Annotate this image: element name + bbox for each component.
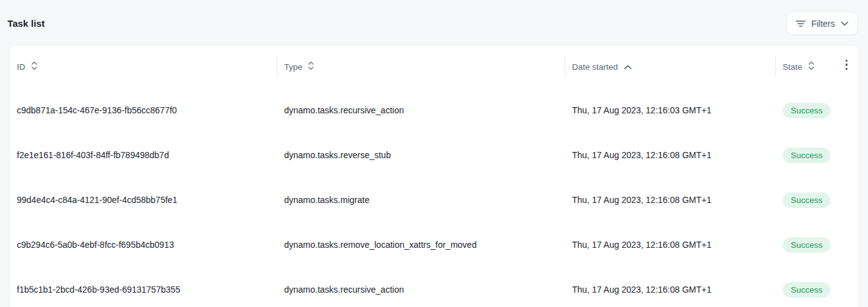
task-date-started-cell: Thu, 17 Aug 2023, 12:16:08 GMT+1 — [565, 285, 775, 295]
column-header-type-label: Type — [284, 62, 302, 72]
task-id-cell: f2e1e161-816f-403f-84ff-fb789498db7d — [9, 150, 277, 160]
sort-updown-icon — [308, 61, 314, 72]
column-header-id-label: ID — [17, 62, 26, 72]
task-state-cell: Success — [775, 103, 859, 118]
task-date-started-cell: Thu, 17 Aug 2023, 12:16:08 GMT+1 — [565, 150, 775, 160]
task-state-cell: Success — [775, 192, 859, 208]
column-header-state-label: State — [783, 62, 803, 72]
task-id-cell: c9b294c6-5a0b-4ebf-8fcc-f695b4cb0913 — [9, 240, 277, 250]
task-table-card: ID Type Date started — [9, 45, 859, 307]
column-header-date-started-label: Date started — [572, 62, 618, 72]
top-bar: Task list Filters — [0, 0, 868, 36]
sort-updown-icon — [808, 61, 814, 72]
task-type-cell: dynamo.tasks.reverse_stub — [277, 150, 565, 160]
column-header-state[interactable]: State — [775, 45, 859, 88]
table-row[interactable]: f2e1e161-816f-403f-84ff-fb789498db7d dyn… — [9, 133, 859, 177]
task-date-started-cell: Thu, 17 Aug 2023, 12:16:08 GMT+1 — [565, 195, 775, 205]
column-header-id[interactable]: ID — [9, 45, 277, 88]
task-date-started-cell: Thu, 17 Aug 2023, 12:16:03 GMT+1 — [565, 105, 775, 115]
table-body: c9db871a-154c-467e-9136-fb56cc8677f0 dyn… — [9, 88, 859, 307]
column-header-date-started[interactable]: Date started — [565, 45, 775, 88]
status-badge: Success — [783, 282, 831, 298]
filter-lines-icon — [796, 19, 806, 28]
task-state-cell: Success — [775, 148, 859, 163]
status-badge: Success — [783, 237, 831, 253]
task-state-cell: Success — [775, 282, 859, 298]
filters-button[interactable]: Filters — [786, 12, 858, 35]
status-badge: Success — [783, 103, 831, 118]
task-type-cell: dynamo.tasks.remove_location_xattrs_for_… — [277, 240, 565, 250]
task-date-started-cell: Thu, 17 Aug 2023, 12:16:08 GMT+1 — [565, 240, 775, 250]
chevron-up-icon — [624, 62, 632, 72]
table-row[interactable]: c9b294c6-5a0b-4ebf-8fcc-f695b4cb0913 dyn… — [9, 222, 859, 267]
task-type-cell: dynamo.tasks.recursive_action — [277, 105, 565, 115]
task-state-cell: Success — [775, 237, 859, 253]
task-id-cell: c9db871a-154c-467e-9136-fb56cc8677f0 — [9, 105, 277, 115]
sort-updown-icon — [31, 61, 37, 72]
kebab-menu-icon — [846, 60, 848, 70]
table-row[interactable]: c9db871a-154c-467e-9136-fb56cc8677f0 dyn… — [9, 88, 859, 133]
task-id-cell: f1b5c1b1-2bcd-426b-93ed-69131757b355 — [9, 285, 277, 295]
task-type-cell: dynamo.tasks.recursive_action — [277, 285, 565, 295]
task-id-cell: 99d4e4c4-c84a-4121-90ef-4cd58bb75fe1 — [9, 195, 277, 205]
filters-button-label: Filters — [811, 19, 835, 29]
status-badge: Success — [783, 192, 831, 208]
table-header-row: ID Type Date started — [9, 45, 859, 88]
table-row[interactable]: f1b5c1b1-2bcd-426b-93ed-69131757b355 dyn… — [9, 267, 859, 307]
column-header-type[interactable]: Type — [277, 45, 565, 88]
table-row[interactable]: 99d4e4c4-c84a-4121-90ef-4cd58bb75fe1 dyn… — [9, 177, 859, 222]
status-badge: Success — [783, 148, 831, 163]
chevron-down-icon — [841, 21, 849, 26]
task-type-cell: dynamo.tasks.migrate — [277, 195, 565, 205]
table-options-button[interactable] — [842, 56, 852, 74]
page-title: Task list — [7, 18, 45, 29]
